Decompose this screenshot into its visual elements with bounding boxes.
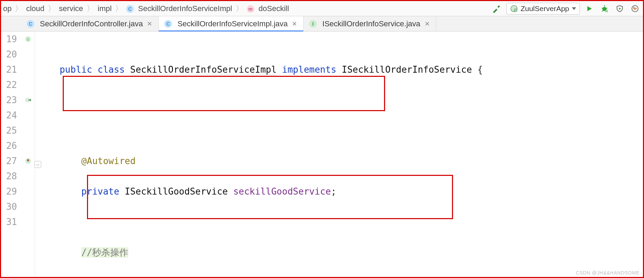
breadcrumb-method-label: doSeckill [259,4,289,13]
line-number[interactable]: 27 [1,153,17,169]
code-content[interactable]: – public class SeckillOrderInfoServiceIm… [35,32,643,277]
breadcrumb: op 〉 cloud 〉 service 〉 impl 〉 C SeckillO… [1,3,484,14]
profile-button[interactable] [629,3,641,15]
chevron-right-icon: 〉 [85,3,96,14]
hammer-icon [493,4,502,13]
fold-toggle-icon[interactable]: – [34,161,41,168]
implements-gutter-icon[interactable]: c [21,32,35,47]
screenshot-root: op 〉 cloud 〉 service 〉 impl 〉 C SeckillO… [0,0,644,278]
highlight-annotation-box [87,175,453,219]
line-number[interactable]: 20 [1,47,17,62]
tab-controller[interactable]: C SeckillOrderInfoController.java ✕ [21,16,159,31]
line-number[interactable]: 29 [1,184,17,199]
shield-run-icon [616,5,624,13]
run-config-select[interactable]: ZuulServerApp [506,3,580,15]
chevron-right-icon: 〉 [46,3,57,14]
line-number[interactable]: 22 [1,77,17,92]
code-line [43,123,643,138]
code-line: @Override [43,275,643,278]
tab-label: SeckillOrderInfoController.java [40,19,143,28]
bug-icon [600,5,609,13]
close-icon[interactable]: ✕ [424,20,430,28]
class-icon: C [27,20,34,28]
svg-point-1 [514,9,517,12]
breadcrumb-class-label: SeckillOrderInfoServiceImpl [138,4,232,13]
chevron-right-icon: 〉 [114,3,124,14]
highlight-annotation-box [63,76,385,111]
method-icon: m [247,5,254,13]
line-number[interactable]: 21 [1,62,17,77]
line-number[interactable]: 23 [1,92,17,108]
marker-gutter: c [21,32,35,277]
breadcrumb-class[interactable]: C SeckillOrderInfoServiceImpl [124,3,234,14]
dropdown-icon [572,7,576,10]
svg-point-8 [605,10,608,12]
line-number[interactable]: 26 [1,138,17,153]
breadcrumb-segment[interactable]: impl [96,3,114,14]
class-icon: C [126,5,134,13]
run-config-label: ZuulServerApp [521,5,569,13]
svg-line-6 [602,10,603,11]
code-line: @Autowired [43,153,643,169]
svg-point-9 [632,6,638,12]
navigation-bar: op 〉 cloud 〉 service 〉 impl 〉 C SeckillO… [1,1,643,16]
line-number[interactable]: 25 [1,123,17,138]
close-icon[interactable]: ✕ [146,20,153,28]
breadcrumb-segment[interactable]: service [57,3,85,14]
line-number[interactable]: 28 [1,169,17,184]
override-gutter-icon[interactable] [21,153,35,169]
line-number[interactable]: 31 [1,214,17,230]
line-number-gutter: 19 20 21 22 23 24 25 26 27 28 29 30 31 [1,32,21,277]
code-line: public class SeckillOrderInfoServiceImpl… [43,62,643,77]
tab-label: SeckillOrderInfoServiceImpl.java [177,19,288,28]
svg-line-4 [602,8,603,9]
debug-button[interactable] [599,3,610,15]
code-line: //秒杀操作 [43,245,643,260]
breadcrumb-segment[interactable]: cloud [24,3,46,14]
code-editor[interactable]: 19 20 21 22 23 24 25 26 27 28 29 30 31 c [1,32,643,277]
class-icon: C [164,20,172,28]
play-icon [585,5,593,12]
close-icon[interactable]: ✕ [291,20,298,28]
line-number[interactable]: 24 [1,108,17,123]
tab-interface[interactable]: I ISeckillOrderInfoService.java ✕ [304,16,436,31]
tab-label: ISeckillOrderInfoService.java [322,19,420,28]
watermark-text: CSDN @JH&&HANDSOME [576,270,639,276]
bean-gutter-icon[interactable] [21,92,35,108]
chevron-right-icon: 〉 [14,3,24,14]
breadcrumb-segment[interactable]: op [1,3,14,14]
activity-icon [631,5,639,13]
coverage-button[interactable] [614,3,626,15]
spring-boot-icon [510,5,518,12]
interface-icon: I [309,20,317,28]
build-button[interactable] [491,3,503,15]
chevron-right-icon: 〉 [234,3,245,14]
svg-line-5 [606,8,607,9]
run-button[interactable] [583,3,595,15]
svg-text:c: c [27,37,29,42]
line-number[interactable]: 30 [1,199,17,214]
breadcrumb-method[interactable]: m doSeckill [245,3,291,14]
toolbar-actions: ZuulServerApp [484,3,641,15]
line-number[interactable]: 19 [1,32,17,47]
tab-service-impl[interactable]: C SeckillOrderInfoServiceImpl.java ✕ [159,16,304,31]
editor-tabs: C SeckillOrderInfoController.java ✕ C Se… [1,16,643,32]
